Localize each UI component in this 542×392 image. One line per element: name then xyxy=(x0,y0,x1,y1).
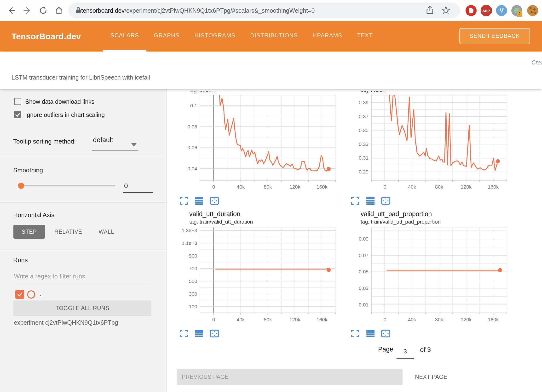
smoothing-slider[interactable] xyxy=(21,185,115,186)
line-chart-plot[interactable]: 040k80k120k160k0.290.310.330.350.370.39 xyxy=(339,95,509,191)
chart-card: valid_utt_pad_proportion tag: train/vali… xyxy=(339,210,509,338)
dropdown-underline xyxy=(92,150,138,151)
data-table-icon[interactable] xyxy=(366,329,375,338)
horizontal-axis-label: Horizontal Axis xyxy=(13,211,54,219)
tab-graphs[interactable]: GRAPHS xyxy=(146,21,187,52)
svg-text:80k: 80k xyxy=(264,184,272,190)
chevron-down-icon[interactable] xyxy=(131,143,137,146)
svg-text:0.08: 0.08 xyxy=(187,124,197,129)
tab-scalars[interactable]: SCALARS xyxy=(103,21,146,52)
ignore-outliers-checkbox[interactable] xyxy=(14,111,21,118)
axis-wall-button[interactable]: WALL xyxy=(93,225,120,239)
url-bar[interactable]: tensorboard.dev/experiment/cj2vtPiwQHKN9… xyxy=(68,3,460,18)
fullscreen-icon[interactable] xyxy=(351,196,360,205)
svg-text:120k: 120k xyxy=(461,184,472,190)
cookie-icon[interactable] xyxy=(527,5,538,16)
line-chart-plot[interactable]: 040k80k120k160k1003005007009001.1e+31.3e… xyxy=(168,227,338,324)
fullscreen-icon[interactable] xyxy=(179,196,188,205)
created-text: Crea xyxy=(531,59,542,66)
page-input[interactable]: 3 xyxy=(397,346,414,359)
fit-domain-icon[interactable] xyxy=(381,196,390,205)
fullscreen-icon[interactable] xyxy=(351,329,360,338)
axis-step-button[interactable]: STEP xyxy=(13,225,45,239)
tab-hparams[interactable]: HPARAMS xyxy=(305,21,350,52)
fit-domain-icon[interactable] xyxy=(210,196,219,205)
run-name: . xyxy=(40,290,41,297)
home-icon[interactable] xyxy=(54,5,64,16)
svg-text:0.07: 0.07 xyxy=(359,253,369,258)
svg-text:80k: 80k xyxy=(435,317,443,322)
tab-text[interactable]: TEXT xyxy=(350,21,380,52)
send-feedback-button[interactable]: SEND FEEDBACK xyxy=(459,28,530,44)
svg-text:300: 300 xyxy=(189,291,197,297)
svg-text:0: 0 xyxy=(212,317,215,322)
fit-domain-icon[interactable] xyxy=(381,329,390,338)
divider xyxy=(0,202,167,203)
chart-tag: tag: train/valid_utt_duration xyxy=(189,218,338,225)
smoothing-label: Smoothing xyxy=(13,167,43,174)
svg-text:0: 0 xyxy=(384,184,386,190)
abp-extension-icon[interactable]: ABP xyxy=(481,5,492,16)
show-download-links-checkbox[interactable] xyxy=(14,98,21,105)
share-icon[interactable] xyxy=(426,6,434,15)
chart-title: valid_utt_pad_proportion xyxy=(361,210,509,218)
lock-icon xyxy=(75,6,82,15)
chart-title: valid_utt_duration xyxy=(189,210,338,218)
svg-text:40k: 40k xyxy=(237,317,245,322)
smoothing-slider-thumb[interactable] xyxy=(18,183,24,189)
browser-chrome: tensorboard.dev/experiment/cj2vtPiwQHKN9… xyxy=(0,0,542,21)
svg-text:160k: 160k xyxy=(317,317,328,322)
previous-page-button[interactable]: PREVIOUS PAGE xyxy=(177,369,403,385)
data-table-icon[interactable] xyxy=(195,196,204,205)
svg-text:160k: 160k xyxy=(488,184,499,190)
experiment-title: LSTM transducer training for LibriSpeech… xyxy=(12,74,150,81)
svg-text:40k: 40k xyxy=(408,184,416,190)
svg-text:0.01: 0.01 xyxy=(359,302,369,307)
tooltip-sorting-dropdown[interactable]: default xyxy=(93,136,113,144)
next-page-button[interactable]: NEXT PAGE xyxy=(410,369,452,385)
tensorboard-logo: TensorBoard.dev xyxy=(12,21,81,52)
profile-extension-icon[interactable]: 1 xyxy=(511,5,522,16)
runs-filter-input[interactable]: Write a regex to filter runs xyxy=(14,273,85,280)
svg-text:0.31: 0.31 xyxy=(359,155,369,161)
svg-text:500: 500 xyxy=(189,278,197,284)
chart-card: tag: train/… 040k80k120k160k0.290.310.33… xyxy=(339,91,509,205)
run-checkbox[interactable] xyxy=(15,290,24,299)
svg-text:0: 0 xyxy=(212,184,215,190)
toggle-all-runs-button[interactable]: TOGGLE ALL RUNS xyxy=(13,300,151,316)
svg-text:0: 0 xyxy=(384,317,386,322)
chart-card: tag: train/… 040k80k120k160k0.040.060.08… xyxy=(168,91,338,205)
forward-icon[interactable] xyxy=(22,5,33,16)
smoothing-value-input[interactable]: 0 xyxy=(124,182,153,190)
page-label: Page xyxy=(378,346,393,353)
tab-histograms[interactable]: HISTOGRAMS xyxy=(187,21,243,52)
data-table-icon[interactable] xyxy=(195,329,204,338)
svg-text:1.1e+3: 1.1e+3 xyxy=(182,240,197,246)
svg-text:160k: 160k xyxy=(317,184,328,190)
axis-relative-button[interactable]: RELATIVE xyxy=(50,225,86,239)
svg-text:0.37: 0.37 xyxy=(359,114,369,119)
svg-text:160k: 160k xyxy=(488,317,499,322)
fullscreen-icon[interactable] xyxy=(179,329,188,338)
tab-distributions[interactable]: DISTRIBUTIONS xyxy=(243,21,305,52)
settings-sidebar: Show data download links Ignore outliers… xyxy=(0,89,167,392)
svg-text:120k: 120k xyxy=(461,317,472,322)
svg-text:0.09: 0.09 xyxy=(359,236,369,242)
line-chart-plot[interactable]: 040k80k120k160k0.040.060.080.1 xyxy=(168,95,338,191)
svg-text:1.3e+3: 1.3e+3 xyxy=(182,228,197,233)
data-table-icon[interactable] xyxy=(366,196,375,205)
fit-domain-icon[interactable] xyxy=(210,329,219,338)
show-download-links-label: Show data download links xyxy=(25,98,94,105)
svg-text:40k: 40k xyxy=(237,184,245,190)
adblock-hand-extension-icon[interactable] xyxy=(466,5,477,16)
page-total: of 3 xyxy=(420,346,431,354)
reload-icon[interactable] xyxy=(38,5,48,16)
divider xyxy=(0,249,167,249)
line-chart-plot[interactable]: 040k80k120k160k0.010.030.050.070.09 xyxy=(339,227,509,324)
svg-text:0.33: 0.33 xyxy=(359,141,369,147)
chart-card: valid_utt_duration tag: train/valid_utt_… xyxy=(168,210,338,338)
back-icon[interactable] xyxy=(6,5,17,16)
svg-text:0.04: 0.04 xyxy=(187,166,197,171)
star-icon[interactable] xyxy=(442,6,450,15)
v-extension-icon[interactable]: V xyxy=(496,5,507,16)
